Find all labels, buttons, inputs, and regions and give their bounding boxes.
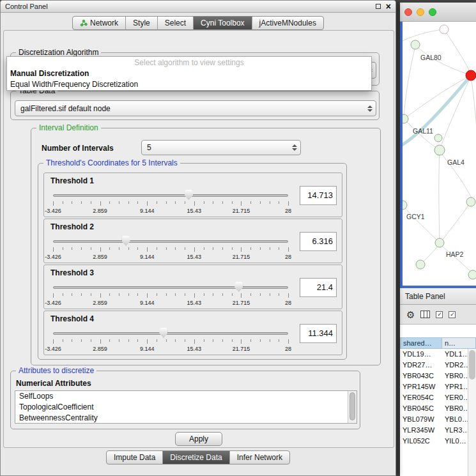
tab-label: Cyni Toolbox [201, 19, 244, 27]
network-node[interactable] [434, 134, 442, 142]
table-row[interactable]: YLR345WYLR3… [400, 425, 468, 436]
column-header[interactable]: n… [442, 337, 476, 349]
slider-ticks [53, 339, 288, 344]
table-row[interactable]: YER054CYER0… [400, 392, 468, 403]
table-cell: YPR145W [400, 381, 442, 392]
scale-label: 21.715 [233, 208, 250, 214]
slider-track[interactable] [53, 194, 288, 197]
table-row[interactable]: YBR043CYBR0… [400, 371, 468, 381]
network-node[interactable] [440, 25, 449, 34]
slider-thumb[interactable] [234, 282, 243, 292]
table-row[interactable]: YDL19…YDL1… [400, 349, 468, 360]
threshold-value-field[interactable]: 14.713 [300, 186, 337, 205]
network-node[interactable] [468, 270, 476, 279]
network-node[interactable] [435, 238, 444, 247]
tab-select[interactable]: Select [157, 17, 193, 29]
network-node[interactable] [403, 114, 408, 123]
slider-thumb[interactable] [185, 190, 193, 200]
network-node[interactable] [434, 145, 445, 155]
scale-label: 21.715 [233, 300, 250, 306]
table-cell: YIL052C [400, 436, 442, 447]
group-title: Discretization Algorithm [16, 48, 101, 57]
gear-icon[interactable]: ⚙ [406, 310, 415, 319]
threshold-value-field[interactable]: 6.316 [300, 232, 337, 251]
tab-network[interactable]: Network [73, 17, 125, 29]
slider-ticks [53, 247, 288, 252]
network-graph[interactable]: GAL80GAL11GAL4GCY1HAP2 [403, 22, 476, 286]
attributes-group: Attributes to discretize Numerical Attri… [10, 371, 360, 429]
table-row[interactable]: YIL052CYIL0… [400, 436, 468, 447]
threshold-slider[interactable]: -3.4262.8599.14415.4321.71528 [53, 188, 288, 215]
tab-style[interactable]: Style [125, 17, 157, 29]
tab-impute-data[interactable]: Impute Data [107, 451, 162, 464]
table-row[interactable]: YPR145WYPR1… [400, 381, 468, 392]
tab-label: Network [90, 19, 118, 27]
list-item-topologicalcoefficient[interactable]: TopologicalCoefficient [15, 402, 348, 413]
tab-jactivemnodules[interactable]: jActiveMNodules [252, 17, 323, 29]
number-of-intervals-select[interactable]: 5 [141, 140, 301, 155]
table-data-select[interactable]: galFiltered.sif default node [15, 100, 376, 116]
table-header-row: shared…n… [400, 337, 476, 349]
threshold-slider[interactable]: -3.4262.8599.14415.4321.71528 [53, 234, 288, 261]
network-node[interactable] [411, 40, 420, 49]
threshold-label: Threshold 2 [50, 222, 94, 231]
network-canvas[interactable]: GAL80GAL11GAL4GCY1HAP2 [400, 22, 476, 288]
threshold-slider[interactable]: -3.4262.8599.14415.4321.71528 [53, 326, 288, 353]
numerical-attributes-list[interactable]: SelfLoopsTopologicalCoefficientBetweenne… [15, 390, 357, 424]
threshold-value-field[interactable]: 21.4 [300, 278, 337, 297]
network-window-titlebar[interactable] [400, 3, 476, 22]
network-node[interactable] [416, 260, 425, 269]
zoom-traffic-light[interactable] [429, 8, 436, 16]
select-columns-icon[interactable]: ✓ [449, 311, 456, 318]
node-table: shared…n… YDL19…YDL1…YDR27…YDR2…YBR043CY… [400, 324, 476, 476]
network-node[interactable] [403, 201, 407, 210]
slider-track[interactable] [53, 332, 288, 335]
column-settings-icon[interactable] [420, 311, 430, 318]
table-cell: YDR27… [400, 360, 442, 371]
dropdown-item-equal-width-frequency-discretization[interactable]: Equal Width/Frequency Discretization [7, 79, 371, 90]
threshold-slider[interactable]: -3.4262.8599.14415.4321.71528 [53, 280, 288, 307]
float-window-icon[interactable] [376, 4, 381, 9]
column-header[interactable]: shared… [400, 337, 442, 349]
close-traffic-light[interactable] [404, 8, 412, 16]
list-scrollbar[interactable] [348, 391, 357, 423]
slider-track[interactable] [53, 286, 288, 289]
apply-button[interactable]: Apply [175, 432, 222, 446]
close-window-icon[interactable]: × [386, 2, 391, 11]
group-title: Threshold's Coordinates for 5 Intervals [43, 158, 180, 167]
network-edge [403, 205, 437, 240]
slider-ticks [53, 201, 288, 206]
scale-label: -3.426 [45, 300, 61, 306]
threshold-panel: Threshold 4 -3.4262.8599.14415.4321.7152… [43, 311, 342, 355]
table-spacer [400, 325, 476, 337]
table-cell: YDL19… [400, 349, 442, 360]
scrollbar-thumb[interactable] [469, 350, 475, 380]
network-edge [440, 244, 472, 272]
network-node[interactable] [466, 70, 476, 81]
threshold-value-field[interactable]: 11.344 [300, 324, 337, 343]
network-node[interactable] [466, 197, 475, 206]
slider-thumb[interactable] [122, 236, 130, 246]
list-item-selfloops[interactable]: SelfLoops [15, 391, 348, 402]
minimize-traffic-light[interactable] [417, 8, 424, 16]
table-cell: YBL0… [442, 414, 468, 425]
slider-track[interactable] [53, 240, 288, 243]
list-item-betweennesscentrality[interactable]: BetweennessCentrality [15, 413, 348, 423]
slider-thumb[interactable] [159, 328, 167, 338]
tab-cyni-toolbox[interactable]: Cyni Toolbox [193, 17, 251, 29]
table-scrollbar[interactable] [468, 349, 476, 476]
network-edge [439, 150, 440, 242]
table-panel-header[interactable]: Table Panel [400, 288, 476, 305]
table-row[interactable]: YBR045CYBR0… [400, 403, 468, 414]
control-panel-titlebar[interactable]: Control Panel × [1, 1, 395, 13]
scrollbar-thumb[interactable] [349, 392, 355, 420]
tab-discretize-data[interactable]: Discretize Data [162, 451, 229, 464]
select-all-rows-icon[interactable]: ✓ [436, 311, 443, 318]
network-edge [440, 79, 470, 150]
table-row[interactable]: YDR27…YDR2… [400, 360, 468, 371]
table-row[interactable]: YBL079WYBL0… [400, 414, 468, 425]
number-of-intervals-value: 5 [142, 143, 290, 152]
dropdown-item-manual-discretization[interactable]: Manual Discretization [7, 68, 371, 79]
table-panel-title: Table Panel [405, 292, 445, 301]
tab-infer-network[interactable]: Infer Network [229, 451, 289, 464]
